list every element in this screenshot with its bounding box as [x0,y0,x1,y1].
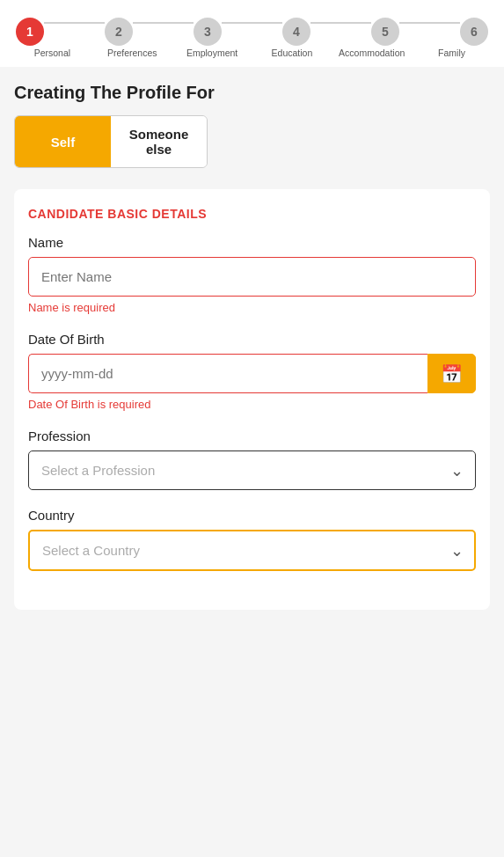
country-select[interactable]: Select a Country [28,530,476,571]
someone-else-toggle-button[interactable]: Someone else [111,116,207,167]
step-circle-2: 2 [105,18,133,46]
main-content: Creating The Profile For Self Someone el… [0,67,504,627]
dob-input[interactable] [28,354,427,393]
dob-input-row: 📅 [28,354,476,393]
connector-4 [310,22,371,24]
profession-field-group: Profession Select a Profession ⌄ [28,428,476,490]
connector-3 [222,22,282,24]
steps-row: 1 2 3 4 5 6 [9,18,495,46]
profession-label: Profession [28,428,476,443]
calendar-button[interactable]: 📅 [427,354,476,393]
form-section-heading: CANDIDATE BASIC DETAILS [28,207,476,221]
dob-error-message: Date Of Birth is required [28,398,476,411]
step-circle-1: 1 [16,18,44,46]
dob-field-group: Date Of Birth 📅 Date Of Birth is require… [28,332,476,411]
step-4[interactable]: 4 [282,18,310,46]
step-label-6: Family [412,48,492,58]
step-label-4: Education [252,48,332,58]
profession-select-wrapper: Select a Profession ⌄ [28,450,476,490]
connector-2 [133,22,194,24]
connector-5 [399,22,460,24]
labels-row: Personal Preferences Employment Educatio… [9,48,495,58]
country-select-wrapper: Select a Country ⌄ [28,530,476,571]
step-circle-4: 4 [282,18,310,46]
dob-label: Date Of Birth [28,332,476,347]
country-field-group: Country Select a Country ⌄ [28,508,476,571]
step-label-5: Accommodation [332,48,412,58]
step-label-1: Personal [12,48,92,58]
step-label-3: Employment [172,48,252,58]
name-field-group: Name Name is required [28,235,476,314]
step-circle-6: 6 [460,18,488,46]
self-toggle-button[interactable]: Self [15,116,111,167]
form-card: CANDIDATE BASIC DETAILS Name Name is req… [14,189,490,610]
profile-toggle-group: Self Someone else [14,115,208,168]
step-2[interactable]: 2 [105,18,133,46]
step-6[interactable]: 6 [460,18,488,46]
stepper-container: 1 2 3 4 5 6 Personal Preferences Employm… [0,0,504,67]
step-1[interactable]: 1 [16,18,44,46]
calendar-icon: 📅 [441,363,463,385]
step-label-2: Preferences [92,48,172,58]
country-label: Country [28,508,476,523]
step-circle-3: 3 [194,18,222,46]
name-error-message: Name is required [28,301,476,314]
page-section-title: Creating The Profile For [14,83,490,103]
profession-select[interactable]: Select a Profession [28,450,476,490]
name-label: Name [28,235,476,250]
step-circle-5: 5 [371,18,399,46]
name-input[interactable] [28,257,476,297]
step-3[interactable]: 3 [194,18,222,46]
step-5[interactable]: 5 [371,18,399,46]
connector-1 [44,22,105,24]
